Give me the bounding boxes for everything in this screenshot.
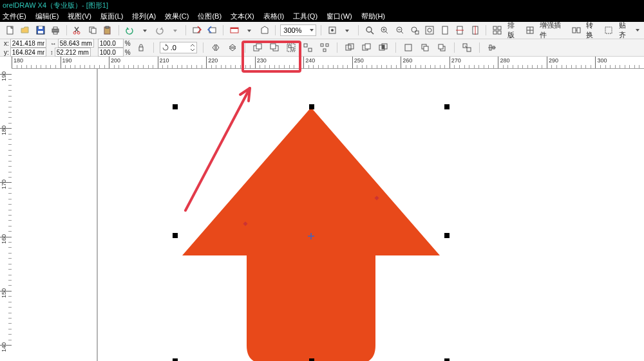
handle-nw[interactable] bbox=[173, 104, 178, 109]
menu-edit[interactable]: 编辑(E) bbox=[35, 12, 59, 21]
weld-button[interactable] bbox=[343, 41, 356, 54]
chevron-down-icon[interactable] bbox=[635, 26, 640, 34]
zoom-in-icon[interactable] bbox=[379, 24, 391, 37]
align-button[interactable] bbox=[486, 41, 498, 54]
spinner-icon[interactable] bbox=[190, 44, 195, 51]
zoom-input[interactable] bbox=[282, 26, 309, 35]
menu-view[interactable]: 视图(V) bbox=[68, 12, 91, 21]
menu-help[interactable]: 帮助(H) bbox=[361, 12, 385, 21]
lock-ratio-button[interactable] bbox=[135, 41, 147, 54]
separator bbox=[66, 25, 67, 35]
menu-effects[interactable]: 效果(C) bbox=[165, 12, 189, 21]
to-back-button[interactable] bbox=[268, 41, 281, 54]
handle-e[interactable] bbox=[444, 233, 450, 238]
w-input[interactable] bbox=[58, 39, 94, 48]
undo-drop-icon[interactable] bbox=[138, 24, 151, 37]
zoom-height-icon[interactable] bbox=[469, 24, 481, 37]
simplify-button[interactable] bbox=[402, 41, 415, 54]
new-button[interactable] bbox=[4, 24, 16, 37]
undo-button[interactable] bbox=[124, 24, 136, 37]
handle-ne[interactable] bbox=[444, 104, 450, 109]
save-button[interactable] bbox=[34, 24, 46, 37]
svg-rect-51 bbox=[270, 44, 276, 49]
scale-group: % % bbox=[98, 39, 131, 57]
layout-icon[interactable] bbox=[491, 24, 503, 37]
zoom-combo[interactable] bbox=[280, 24, 316, 36]
arrow-shape[interactable] bbox=[182, 107, 440, 361]
zoom-width-icon[interactable] bbox=[454, 24, 466, 37]
group-button[interactable] bbox=[285, 41, 298, 54]
menu-text[interactable]: 文本(X) bbox=[231, 12, 254, 21]
chevron-down-icon[interactable] bbox=[309, 26, 314, 34]
handle-sw[interactable] bbox=[173, 358, 178, 361]
svg-rect-12 bbox=[106, 26, 109, 28]
export-button[interactable] bbox=[206, 24, 218, 37]
ungroup-all-button[interactable] bbox=[318, 41, 331, 54]
zoom-sel-icon[interactable] bbox=[408, 24, 421, 37]
snap-icon[interactable] bbox=[603, 24, 615, 37]
menu-file[interactable]: 文件(E) bbox=[3, 12, 26, 21]
mirror-v-button[interactable] bbox=[226, 41, 239, 54]
convert-label[interactable]: 转换 bbox=[586, 21, 600, 40]
snap-toggle-button[interactable] bbox=[326, 24, 338, 37]
cut-button[interactable] bbox=[71, 24, 84, 37]
redo-drop-icon[interactable] bbox=[169, 24, 181, 37]
redo-button[interactable] bbox=[154, 24, 166, 37]
mirror-h-button[interactable] bbox=[209, 41, 222, 54]
welcome-button[interactable] bbox=[258, 24, 270, 37]
svg-rect-67 bbox=[405, 44, 412, 51]
print-button[interactable] bbox=[49, 24, 61, 37]
canvas[interactable] bbox=[12, 69, 644, 361]
app-launcher-button[interactable] bbox=[228, 24, 240, 37]
import-button[interactable] bbox=[191, 24, 203, 37]
handle-n[interactable] bbox=[309, 104, 314, 109]
intersect-button[interactable] bbox=[377, 41, 390, 54]
back-minus-front-button[interactable] bbox=[435, 41, 448, 54]
to-front-button[interactable] bbox=[251, 41, 264, 54]
zoom-tool-icon[interactable] bbox=[363, 24, 375, 37]
convert-icon[interactable] bbox=[570, 24, 582, 37]
standard-toolbar: 排版 增强插件 转换 贴齐 bbox=[0, 22, 644, 39]
menu-bitmap[interactable]: 位图(B) bbox=[198, 12, 222, 21]
menu-layout[interactable]: 版面(L) bbox=[100, 12, 123, 21]
open-button[interactable] bbox=[19, 24, 31, 37]
menu-window[interactable]: 窗口(W) bbox=[327, 12, 352, 21]
separator bbox=[118, 25, 119, 35]
layout-label[interactable]: 排版 bbox=[507, 21, 521, 40]
menu-tools[interactable]: 工具(Q) bbox=[293, 12, 317, 21]
enhance-icon[interactable] bbox=[524, 24, 536, 37]
ruler-horizontal[interactable]: 1801902002102202302402502602702802903003… bbox=[12, 57, 644, 69]
handle-s[interactable] bbox=[309, 358, 314, 361]
h-input[interactable] bbox=[55, 48, 91, 57]
svg-rect-66 bbox=[382, 45, 384, 49]
enhance-label[interactable]: 增强插件 bbox=[540, 21, 567, 40]
paste-button[interactable] bbox=[101, 24, 113, 37]
x-input[interactable] bbox=[10, 39, 46, 48]
guide-line[interactable] bbox=[97, 69, 98, 361]
menu-table[interactable]: 表格(I) bbox=[263, 12, 284, 21]
zoom-all-icon[interactable] bbox=[424, 24, 436, 37]
front-minus-back-button[interactable] bbox=[419, 41, 431, 54]
rotation-input[interactable] bbox=[169, 43, 190, 52]
combine-button[interactable] bbox=[460, 41, 473, 54]
ruler-vertical[interactable]: 190180170160150140 bbox=[0, 69, 12, 361]
trim-button[interactable] bbox=[360, 41, 373, 54]
handle-se[interactable] bbox=[444, 358, 450, 361]
svg-rect-47 bbox=[139, 47, 143, 51]
copy-button[interactable] bbox=[86, 24, 99, 37]
snap-drop-icon[interactable] bbox=[341, 24, 354, 37]
ungroup-button[interactable] bbox=[301, 41, 314, 54]
y-input[interactable] bbox=[10, 48, 46, 57]
sx-input[interactable] bbox=[98, 39, 124, 48]
sy-input[interactable] bbox=[98, 48, 124, 57]
menu-arrange[interactable]: 排列(A) bbox=[132, 12, 156, 21]
svg-rect-45 bbox=[577, 28, 580, 33]
zoom-page-icon[interactable] bbox=[439, 24, 451, 37]
svg-rect-71 bbox=[439, 44, 443, 49]
handle-w[interactable] bbox=[173, 233, 178, 238]
snap-label[interactable]: 贴齐 bbox=[619, 21, 632, 40]
rotation-field[interactable] bbox=[160, 42, 197, 53]
zoom-out-icon[interactable] bbox=[393, 24, 406, 37]
app-drop-icon[interactable] bbox=[243, 24, 256, 37]
svg-rect-59 bbox=[323, 49, 326, 51]
